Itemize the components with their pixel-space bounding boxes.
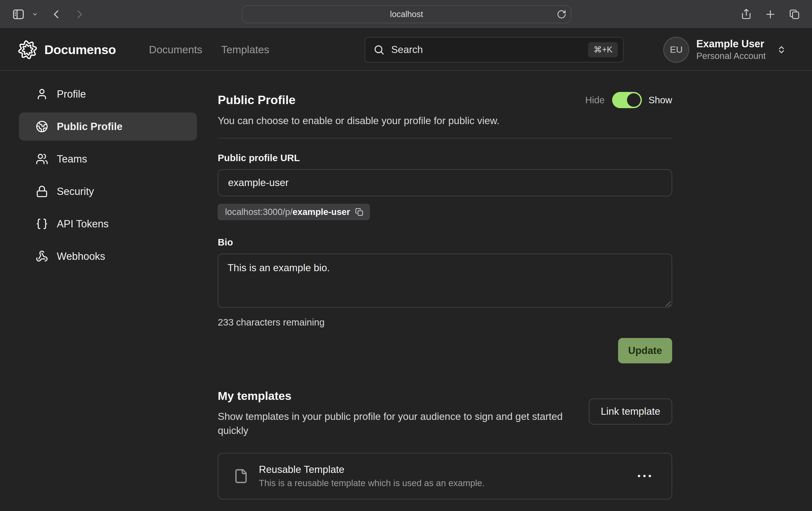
new-tab-button[interactable] [765, 9, 776, 20]
user-menu[interactable]: EU Example User Personal Account [663, 37, 786, 63]
braces-icon [36, 218, 48, 230]
sidebar-item-label: Webhooks [57, 251, 105, 262]
address-bar[interactable]: localhost [242, 5, 571, 23]
link-template-button[interactable]: Link template [589, 398, 672, 424]
chevron-right-icon [74, 9, 84, 20]
search-icon [373, 44, 385, 55]
refresh-button[interactable] [557, 9, 567, 19]
brand-name: Documenso [45, 42, 116, 57]
globe-icon [36, 120, 48, 133]
search-input[interactable] [391, 44, 588, 55]
chevrons-up-down-icon [777, 45, 786, 55]
file-icon [233, 469, 249, 484]
tabs-overview-icon [789, 9, 800, 20]
page-subtitle: You can choose to enable or disable your… [218, 115, 672, 126]
copy-url-button[interactable] [355, 208, 364, 216]
browser-chrome: localhost [0, 0, 812, 29]
share-icon [741, 9, 752, 20]
public-url-slug: example-user [293, 207, 350, 217]
user-account-type: Personal Account [696, 50, 766, 61]
nav-templates[interactable]: Templates [221, 44, 269, 56]
template-card-description: This is a reusable template which is use… [259, 478, 632, 488]
toggle-show-label: Show [648, 95, 672, 106]
page-title: Public Profile [218, 93, 296, 107]
nav-documents[interactable]: Documents [149, 44, 202, 56]
toggle-hide-label: Hide [585, 95, 605, 106]
lock-icon [36, 185, 48, 198]
main-panel: Public Profile Hide Show You can choose … [218, 80, 672, 500]
chevron-left-icon [51, 9, 62, 20]
template-card[interactable]: Reusable Template This is a reusable tem… [218, 453, 672, 500]
sidebar-item-label: Security [57, 186, 94, 198]
refresh-icon [557, 9, 567, 19]
bio-character-counter: 233 characters remaining [218, 317, 672, 328]
main-nav: Documents Templates [149, 44, 269, 56]
user-icon [36, 88, 48, 100]
share-button[interactable] [741, 9, 752, 20]
settings-sidebar: Profile Public Profile Teams Security [19, 80, 197, 500]
sidebar-item-label: API Tokens [57, 218, 109, 230]
profile-visibility-toggle[interactable] [612, 92, 642, 108]
sidebar-item-teams[interactable]: Teams [19, 145, 197, 173]
user-name: Example User [696, 38, 766, 50]
sidebar-item-api-tokens[interactable]: API Tokens [19, 210, 197, 238]
sidebar-panel-icon [12, 8, 25, 21]
sidebar-item-label: Public Profile [57, 121, 122, 132]
url-field-label: Public profile URL [218, 152, 672, 163]
page-content: Profile Public Profile Teams Security [0, 71, 812, 500]
bio-textarea[interactable]: This is an example bio. [218, 253, 672, 308]
back-button[interactable] [51, 9, 62, 20]
app-header: Documenso Documents Templates ⌘+K EU Exa… [0, 29, 812, 71]
webhook-icon [36, 250, 48, 263]
search-shortcut-badge: ⌘+K [588, 42, 618, 57]
sidebar-item-webhooks[interactable]: Webhooks [19, 242, 197, 270]
avatar: EU [663, 37, 689, 63]
bio-field-label: Bio [218, 237, 672, 248]
my-templates-title: My templates [218, 389, 589, 402]
public-url-prefix: localhost:3000/p/ [225, 207, 293, 217]
template-card-title: Reusable Template [259, 464, 632, 475]
ellipsis-icon [638, 475, 640, 477]
search-bar[interactable]: ⌘+K [365, 37, 624, 62]
address-bar-url: localhost [390, 9, 423, 19]
plus-icon [765, 9, 776, 20]
sidebar-menu-chevron-button[interactable] [32, 11, 38, 17]
sidebar-item-profile[interactable]: Profile [19, 80, 197, 108]
sidebar-item-label: Profile [57, 88, 86, 100]
public-profile-url-input[interactable] [218, 169, 672, 196]
sidebar-item-public-profile[interactable]: Public Profile [19, 113, 197, 141]
chevron-down-icon [32, 11, 38, 17]
forward-button[interactable] [74, 9, 84, 20]
public-url-badge: localhost:3000/p/example-user [218, 204, 370, 220]
toggle-thumb [627, 93, 640, 107]
my-templates-description: Show templates in your public profile fo… [218, 410, 589, 438]
sidebar-item-label: Teams [57, 153, 87, 165]
brand-logo[interactable]: Documenso [17, 39, 116, 60]
sidebar-item-security[interactable]: Security [19, 177, 197, 206]
template-actions-menu-button[interactable] [632, 469, 657, 483]
documenso-logo-icon [17, 39, 38, 60]
update-button[interactable]: Update [618, 338, 672, 363]
users-icon [36, 153, 48, 165]
tab-overview-button[interactable] [789, 9, 800, 20]
visibility-toggle-row: Hide Show [585, 92, 672, 108]
copy-icon [355, 208, 364, 216]
sidebar-toggle-button[interactable] [12, 8, 25, 21]
section-divider [218, 138, 672, 139]
